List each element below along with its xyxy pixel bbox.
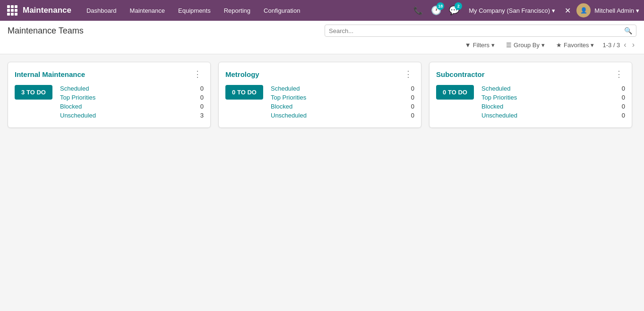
unscheduled-value-0: 3	[200, 112, 204, 119]
top-priorities-label-0[interactable]: Top Priorities	[60, 94, 95, 101]
stat-row-scheduled-2: Scheduled 0	[481, 85, 625, 92]
apps-menu-button[interactable]	[5, 3, 20, 18]
team-name-1[interactable]: Metrology	[225, 70, 259, 78]
card-menu-button-1[interactable]: ⋮	[402, 69, 414, 79]
main-content: Internal Maintenance ⋮ 3 TO DO Scheduled…	[0, 54, 644, 135]
prev-page-button[interactable]: ‹	[622, 40, 628, 50]
top-priorities-value-0: 0	[200, 94, 204, 101]
messages-button[interactable]: 💬 2	[447, 3, 461, 17]
user-name: Mitchell Admin	[594, 7, 634, 14]
team-name-0[interactable]: Internal Maintenance	[15, 70, 85, 78]
card-stats-0: Scheduled 0 Top Priorities 0 Blocked 0 U…	[60, 85, 204, 121]
group-by-button[interactable]: ☰ Group By ▾	[503, 41, 548, 50]
company-selector[interactable]: My Company (San Francisco) ▾	[465, 5, 559, 16]
nav-dashboard[interactable]: Dashboard	[81, 4, 122, 17]
messages-badge: 2	[455, 2, 462, 10]
app-title: Maintenance	[23, 6, 71, 15]
avatar[interactable]: 👤	[576, 3, 591, 17]
stat-row-scheduled-0: Scheduled 0	[60, 85, 204, 92]
nav-configuration[interactable]: Configuration	[258, 4, 306, 17]
nav-equipments[interactable]: Equipments	[172, 4, 216, 17]
page-title: Maintenance Teams	[8, 26, 84, 36]
stat-row-top-priorities-0: Top Priorities 0	[60, 94, 204, 101]
team-card-0: Internal Maintenance ⋮ 3 TO DO Scheduled…	[8, 62, 211, 128]
activity-button[interactable]: 🕐 18	[429, 3, 443, 17]
stat-row-top-priorities-2: Top Priorities 0	[481, 94, 625, 101]
card-stats-1: Scheduled 0 Top Priorities 0 Blocked 0 U…	[271, 85, 414, 121]
top-priorities-label-1[interactable]: Top Priorities	[271, 94, 306, 101]
blocked-label-2[interactable]: Blocked	[481, 103, 503, 110]
favorites-button[interactable]: ★ Favorites ▾	[553, 41, 597, 50]
card-body-2: 0 TO DO Scheduled 0 Top Priorities 0 Blo…	[436, 85, 625, 121]
scheduled-value-0: 0	[200, 85, 204, 92]
blocked-label-1[interactable]: Blocked	[271, 103, 292, 110]
unscheduled-value-1: 0	[411, 112, 414, 119]
todo-button-2[interactable]: 0 TO DO	[436, 85, 474, 100]
stat-row-blocked-1: Blocked 0	[271, 103, 414, 110]
scheduled-value-1: 0	[411, 85, 414, 92]
user-menu[interactable]: Mitchell Admin ▾	[594, 7, 639, 14]
filters-button[interactable]: ▼ Filters ▾	[462, 41, 498, 50]
scheduled-label-0[interactable]: Scheduled	[60, 85, 89, 92]
group-by-icon: ☰	[506, 42, 512, 49]
filters-dropdown-icon: ▾	[491, 42, 495, 49]
scheduled-label-1[interactable]: Scheduled	[271, 85, 300, 92]
card-header-2: Subcontractor ⋮	[436, 69, 625, 79]
card-body-0: 3 TO DO Scheduled 0 Top Priorities 0 Blo…	[15, 85, 204, 121]
team-name-2[interactable]: Subcontractor	[436, 70, 485, 78]
team-card-1: Metrology ⋮ 0 TO DO Scheduled 0 Top Prio…	[218, 62, 421, 128]
card-menu-button-2[interactable]: ⋮	[613, 69, 625, 79]
favorites-dropdown-icon: ▾	[591, 42, 594, 49]
unscheduled-value-2: 0	[622, 112, 625, 119]
stat-row-scheduled-1: Scheduled 0	[271, 85, 414, 92]
stat-row-blocked-2: Blocked 0	[481, 103, 625, 110]
company-name: My Company (San Francisco)	[469, 7, 550, 14]
group-by-dropdown-icon: ▾	[541, 42, 545, 49]
scheduled-value-2: 0	[622, 85, 625, 92]
search-input[interactable]	[329, 27, 624, 34]
nav-reporting[interactable]: Reporting	[218, 4, 256, 17]
team-card-2: Subcontractor ⋮ 0 TO DO Scheduled 0 Top …	[429, 62, 632, 128]
stat-row-blocked-0: Blocked 0	[60, 103, 204, 110]
subheader: Maintenance Teams 🔍 ▼ Filters ▾ ☰ Group …	[0, 21, 644, 54]
stat-row-unscheduled-0: Unscheduled 3	[60, 112, 204, 119]
todo-button-0[interactable]: 3 TO DO	[15, 85, 52, 100]
todo-button-1[interactable]: 0 TO DO	[225, 85, 263, 100]
subheader-row2: ▼ Filters ▾ ☰ Group By ▾ ★ Favorites ▾ 1…	[8, 40, 636, 50]
pagination-info: 1-3 / 3	[602, 42, 620, 49]
card-body-1: 0 TO DO Scheduled 0 Top Priorities 0 Blo…	[225, 85, 414, 121]
search-icon: 🔍	[624, 27, 632, 34]
card-header-0: Internal Maintenance ⋮	[15, 69, 204, 79]
nav-maintenance[interactable]: Maintenance	[124, 4, 171, 17]
stat-row-top-priorities-1: Top Priorities 0	[271, 94, 414, 101]
close-button[interactable]: ✕	[563, 4, 573, 17]
stat-row-unscheduled-2: Unscheduled 0	[481, 112, 625, 119]
navbar-right: 📞 🕐 18 💬 2 My Company (San Francisco) ▾ …	[411, 3, 639, 17]
group-by-label: Group By	[514, 42, 540, 49]
pagination: 1-3 / 3 ‹ ›	[602, 40, 636, 50]
favorites-label: Favorites	[564, 42, 589, 49]
top-priorities-value-1: 0	[411, 94, 414, 101]
nav-menu: Dashboard Maintenance Equipments Reporti…	[81, 4, 411, 17]
activity-badge: 18	[437, 2, 444, 10]
unscheduled-label-1[interactable]: Unscheduled	[271, 112, 307, 119]
grid-icon	[7, 5, 17, 16]
user-dropdown-icon: ▾	[636, 7, 639, 14]
unscheduled-label-0[interactable]: Unscheduled	[60, 112, 96, 119]
top-priorities-label-2[interactable]: Top Priorities	[481, 94, 517, 101]
blocked-value-1: 0	[411, 103, 414, 110]
stat-row-unscheduled-1: Unscheduled 0	[271, 112, 414, 119]
next-page-button[interactable]: ›	[630, 40, 636, 50]
scheduled-label-2[interactable]: Scheduled	[481, 85, 510, 92]
phone-button[interactable]: 📞	[411, 3, 425, 17]
blocked-value-2: 0	[622, 103, 625, 110]
top-priorities-value-2: 0	[622, 94, 625, 101]
favorites-icon: ★	[556, 42, 562, 49]
card-menu-button-0[interactable]: ⋮	[191, 69, 204, 79]
filters-label: Filters	[473, 42, 489, 49]
card-header-1: Metrology ⋮	[225, 69, 414, 79]
blocked-label-0[interactable]: Blocked	[60, 103, 82, 110]
company-dropdown-icon: ▾	[552, 7, 555, 14]
unscheduled-label-2[interactable]: Unscheduled	[481, 112, 517, 119]
subheader-row1: Maintenance Teams 🔍	[8, 25, 636, 37]
